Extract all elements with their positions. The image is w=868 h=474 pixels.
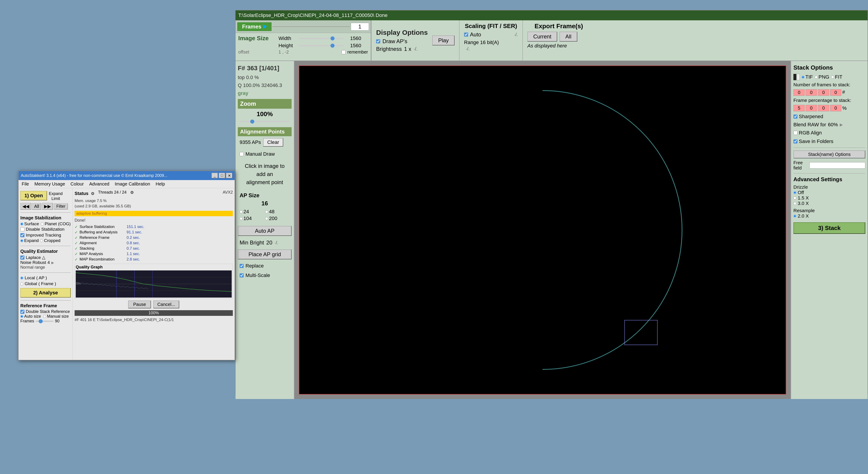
remember-checkbox[interactable]	[342, 50, 346, 54]
auto-size-option[interactable]: Auto size	[20, 314, 41, 319]
noise-row: Noise Robust 4 ▶	[20, 260, 71, 265]
maximize-button[interactable]: □	[219, 173, 225, 178]
surface-option[interactable]: Surface	[20, 221, 39, 226]
left-panel: F# 363 [1/401] top 0.0 % Q 100.0% 324046…	[236, 61, 294, 399]
replace-row: Replace	[238, 262, 291, 270]
play-button[interactable]: Play	[432, 35, 455, 45]
sep4	[20, 300, 71, 301]
free-field-input[interactable]	[809, 162, 865, 168]
replace-checkbox[interactable]	[240, 264, 244, 268]
analyse-button[interactable]: 2) Analyse	[20, 288, 71, 297]
double-stack-checkbox[interactable]	[20, 310, 24, 314]
height-slider[interactable]	[298, 45, 344, 46]
global-option[interactable]: Global ( Frame )	[20, 281, 71, 286]
frames-input-1[interactable]	[794, 89, 805, 96]
click-info: Click in image to add an alignment point	[238, 160, 291, 189]
zoom-section: Zoom 100%	[238, 99, 291, 125]
save-folders-checkbox[interactable]	[794, 139, 798, 144]
frame-number-input[interactable]	[351, 23, 369, 31]
menu-advanced[interactable]: Advanced	[87, 181, 112, 187]
avx-label: AVX2	[223, 190, 233, 195]
drizzle-30x[interactable]: 3.0 X	[794, 201, 865, 206]
frames-slider[interactable]	[35, 321, 54, 322]
manual-draw-checkbox[interactable]	[240, 152, 244, 156]
laplace-checkbox[interactable]	[20, 255, 24, 260]
export-buttons: Current All	[527, 32, 590, 41]
stack-button[interactable]: 3) Stack	[794, 222, 865, 234]
image-area[interactable]	[294, 61, 791, 399]
frames-button[interactable]: Frames	[237, 22, 272, 31]
all-button[interactable]: All	[32, 203, 41, 210]
clear-button[interactable]: Clear	[263, 138, 283, 147]
rgb-align-checkbox[interactable]	[794, 131, 798, 135]
png-option[interactable]: PNG	[815, 74, 829, 80]
manual-size-option[interactable]: Manual size	[43, 314, 69, 319]
close-button[interactable]: ✕	[226, 173, 232, 178]
min-bright-label: Min Bright	[240, 240, 264, 246]
export-current-button[interactable]: Current	[527, 32, 557, 41]
pct-input-2[interactable]	[806, 105, 817, 112]
frames-input-2[interactable]	[806, 89, 817, 96]
prev-button[interactable]: ◀◀	[20, 203, 31, 210]
limit-label: Limit	[49, 196, 63, 201]
zoom-label: Zoom	[238, 99, 291, 109]
draw-aps-checkbox[interactable]	[376, 39, 380, 43]
tif-option[interactable]: TIF	[802, 74, 813, 80]
scaling-title: Scaling (FIT / SER)	[464, 23, 518, 30]
ap-option-200[interactable]: 200	[265, 216, 290, 221]
quality-graph-title: Quality Graph	[76, 265, 232, 270]
double-stack-row: Double Stack Reference	[20, 309, 71, 314]
menu-colour[interactable]: Colour	[68, 181, 86, 187]
svg-text:50%: 50%	[76, 282, 81, 285]
improved-tracking-checkbox[interactable]	[20, 233, 24, 237]
frames-input-4[interactable]	[830, 89, 841, 96]
sharpened-checkbox[interactable]	[794, 115, 798, 119]
frames-section: Frames Image Size Width 1560 He	[236, 20, 371, 61]
expand-radio[interactable]: Expand	[20, 238, 39, 243]
manual-draw-row: Manual Draw	[238, 150, 291, 158]
menu-memory-usage[interactable]: Memory Usage	[32, 181, 67, 187]
cancel-button[interactable]: Cancel...	[153, 301, 179, 308]
progress-bar[interactable]	[272, 26, 350, 27]
menu-file[interactable]: File	[20, 181, 31, 187]
auto-checkbox[interactable]	[464, 33, 468, 37]
surface-planet-row: Surface Planet (COG)	[20, 221, 71, 226]
menu-help[interactable]: Help	[153, 181, 167, 187]
menu-image-calibration[interactable]: Image Calibration	[113, 181, 153, 187]
width-value: 1560	[345, 35, 361, 41]
fit-option[interactable]: FIT	[831, 74, 842, 80]
drizzle-off[interactable]: Off	[794, 190, 865, 195]
ap-option-48[interactable]: 48	[265, 209, 290, 215]
zoom-slider[interactable]	[240, 121, 290, 122]
pct-input-4[interactable]	[830, 105, 841, 112]
noise-label: Noise Robust	[20, 260, 46, 265]
min-bright-row: Min Bright 20 ·/.	[238, 239, 291, 247]
as-displayed-label: As displayed here	[527, 43, 590, 49]
resample-20x[interactable]: 2.0 X	[794, 213, 865, 219]
stabilization-section: Image Stabilization Surface Planet (COG)…	[20, 215, 71, 243]
laplace-row: Laplace △	[20, 255, 71, 260]
open-button[interactable]: 1) Open	[20, 191, 47, 200]
result-3: ✓ Alignment 0.8 sec.	[74, 241, 233, 246]
next-button[interactable]: ▶▶	[42, 203, 53, 210]
disable-stab-checkbox[interactable]	[20, 227, 24, 231]
place-ap-button[interactable]: Place AP grid	[238, 249, 291, 259]
multi-scale-checkbox[interactable]	[240, 273, 244, 278]
ap-option-104[interactable]: 104	[240, 216, 264, 221]
pct-input-3[interactable]	[818, 105, 829, 112]
width-slider[interactable]	[298, 38, 344, 39]
drizzle-15x[interactable]: 1.5 X	[794, 195, 865, 201]
pause-button[interactable]: Pause	[128, 301, 151, 308]
planet-option[interactable]: Planet (COG)	[41, 221, 70, 226]
stack-name-button[interactable]: Stack(name) Options	[794, 151, 865, 158]
ap-size-options: 24 48 104 200	[240, 209, 290, 221]
minimize-button[interactable]: _	[212, 173, 218, 178]
local-option[interactable]: Local ( AP )	[20, 276, 71, 280]
export-all-button[interactable]: All	[559, 32, 577, 41]
filter-button[interactable]: Filter	[54, 203, 68, 210]
auto-ap-button[interactable]: Auto AP	[238, 226, 291, 236]
ap-option-24[interactable]: 24	[240, 209, 264, 215]
pct-input-1[interactable]	[794, 105, 805, 112]
frames-input-3[interactable]	[818, 89, 829, 96]
cropped-radio[interactable]: Cropped	[40, 238, 60, 243]
